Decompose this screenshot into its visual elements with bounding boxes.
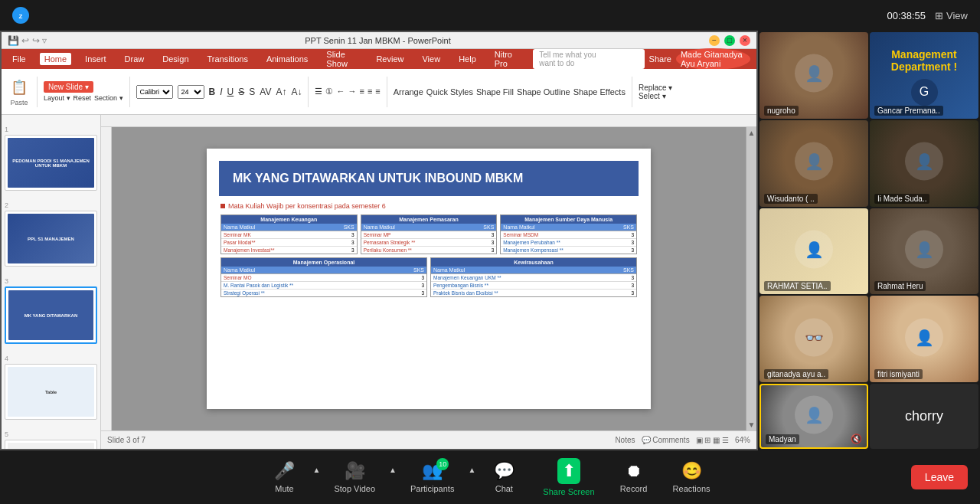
name-chorry: chorry (905, 408, 943, 424)
stop-video-button[interactable]: 🎥 Stop Video (322, 461, 387, 493)
increase-indent[interactable]: → (348, 87, 356, 97)
select-btn[interactable]: Select ▾ (639, 92, 672, 100)
numbering-btn[interactable]: ① (325, 87, 333, 97)
toolbar-sep-4 (387, 77, 387, 107)
window-controls[interactable]: − □ × (709, 35, 750, 46)
search-box[interactable]: Tell me what you want to do (533, 49, 644, 69)
mute-button[interactable]: 🎤 Mute (257, 461, 311, 493)
main-content: 💾 ↩ ↪ ▿ PPT Senin 11 Jan MBKM - PowerPoi… (0, 31, 980, 450)
share-btn[interactable]: Share (649, 54, 671, 64)
font-size-select[interactable]: 24 (178, 85, 204, 99)
decrease-indent[interactable]: ← (336, 87, 345, 97)
shape-fill-btn[interactable]: Shape Fill (476, 87, 514, 97)
tab-insert[interactable]: Insert (80, 53, 111, 65)
participants-caret[interactable]: ▲ (466, 466, 477, 474)
name-wisudanto: Wisudanto ( .. (764, 194, 818, 204)
record-button[interactable]: ⏺ Record (607, 461, 661, 493)
record-label: Record (620, 484, 647, 493)
avatar-gitanadya: 👓 (795, 318, 833, 356)
decrease-font[interactable]: A↓ (291, 87, 302, 97)
tab-nitro[interactable]: Nitro Pro (490, 48, 524, 70)
name-rahmat-setia: RAHMAT SETIA.. (764, 281, 831, 291)
font-italic[interactable]: I (220, 87, 222, 97)
horizontal-ruler (101, 115, 756, 127)
tables-bottom: Manajemen Operasional Nama MatkulSKS Sem… (220, 257, 637, 297)
section-btn[interactable]: Section ▾ (94, 94, 123, 102)
slide-bullet: Mata Kuliah Wajib per konsentrasi pada s… (220, 202, 637, 210)
mute-label: Mute (275, 484, 293, 493)
minimize-button[interactable]: − (709, 35, 720, 46)
paste-group: 📋 Paste (8, 77, 31, 106)
table-operasional: Manajemen Operasional Nama MatkulSKS Sem… (220, 257, 427, 297)
paragraph-group: ☰ ① ← → ≡ ≡ ≡ (315, 87, 380, 97)
font-shadow[interactable]: S (249, 87, 255, 97)
slide-canvas[interactable]: MK YANG DITAWARKAN UNTUK INBOUND MBKM Ma… (207, 149, 651, 409)
align-right[interactable]: ≡ (375, 87, 380, 97)
table-kewirausahaan: Kewirausahaan Nama MatkulSKS Manajemen K… (430, 257, 637, 297)
table-pemasaran: Manajemen Pemasaran Nama MatkulSKS Semin… (361, 214, 498, 254)
ppt-title: PPT Senin 11 Jan MBKM - PowerPoint (47, 36, 709, 45)
mute-caret[interactable]: ▲ (311, 466, 322, 474)
new-slide-button[interactable]: New Slide ▾ (44, 81, 93, 93)
meeting-timer: 00:38:55 (887, 10, 926, 21)
reactions-label: Reactions (673, 484, 710, 493)
ppt-main-view: MK YANG DITAWARKAN UNTUK INBOUND MBKM Ma… (101, 115, 756, 449)
tab-file[interactable]: File (8, 53, 31, 65)
font-strikethrough[interactable]: S (238, 87, 244, 97)
font-bold[interactable]: B (209, 87, 216, 97)
ppt-titlebar: 💾 ↩ ↪ ▿ PPT Senin 11 Jan MBKM - PowerPoi… (2, 32, 756, 49)
tab-transitions[interactable]: Transitions (203, 53, 253, 65)
vertical-ruler (101, 127, 112, 430)
participant-chorry: chorry (870, 384, 978, 449)
shape-effects-btn[interactable]: Shape Effects (573, 87, 626, 97)
replace-btn[interactable]: Replace ▾ (639, 83, 672, 92)
svg-text:Z: Z (19, 13, 23, 20)
tab-view[interactable]: View (417, 53, 445, 65)
participants-icon: 👥 10 (422, 461, 443, 481)
layout-btn[interactable]: Layout ▾ (44, 94, 70, 102)
tab-help[interactable]: Help (454, 53, 481, 65)
shape-outline-btn[interactable]: Shape Outline (517, 87, 570, 97)
char-spacing[interactable]: AV (260, 87, 271, 97)
toolbar-sep-3 (308, 77, 309, 107)
slide-3[interactable]: 3 MK YANG DITAWARKAN (5, 273, 97, 344)
view-button[interactable]: ⊞ View (935, 10, 968, 21)
quick-styles-btn[interactable]: Quick Styles (426, 87, 473, 97)
slide-5[interactable]: 5 Content (5, 426, 97, 449)
tab-review[interactable]: Review (371, 53, 408, 65)
tab-animations[interactable]: Animations (262, 53, 312, 65)
reset-btn[interactable]: Reset (74, 94, 92, 102)
participant-fitri: 👤 fitri ismiyanti (870, 296, 978, 382)
mgmt-label: Management Department ! (870, 45, 978, 76)
slides-panel[interactable]: 1 PEDOMAN PRODI S1 MANAJEMEN UNTUK MBKM … (2, 115, 101, 449)
tab-draw[interactable]: Draw (120, 53, 149, 65)
ppt-scrollbar[interactable]: ▲ ▼ (746, 127, 756, 430)
font-family-select[interactable]: Calibri (136, 85, 173, 99)
bullets-btn[interactable]: ☰ (315, 87, 322, 97)
slide-2[interactable]: 2 PPL S1 MANAJEMEN (5, 197, 97, 267)
participant-gancar: Management Department ! G Gancar Premana… (870, 32, 978, 119)
close-button[interactable]: × (740, 35, 750, 46)
align-center[interactable]: ≡ (368, 87, 372, 97)
tab-home[interactable]: Home (40, 53, 71, 65)
share-screen-button[interactable]: ⬆ Share Screen (531, 458, 606, 496)
arrange-btn[interactable]: Arrange (394, 87, 423, 97)
paste-button[interactable]: 📋 (9, 77, 29, 97)
maximize-button[interactable]: □ (724, 35, 735, 46)
notes-btn[interactable]: Notes (615, 436, 635, 444)
name-nugroho: nugroho (764, 106, 799, 116)
video-caret[interactable]: ▲ (387, 466, 398, 474)
slide-4[interactable]: 4 Table (5, 350, 97, 420)
font-underline[interactable]: U (227, 87, 234, 97)
leave-button[interactable]: Leave (911, 465, 968, 489)
reactions-button[interactable]: 😊 Reactions (661, 461, 723, 493)
comments-btn[interactable]: 💬 Comments (642, 436, 690, 444)
chat-button[interactable]: 💬 Chat (477, 461, 531, 493)
tab-slideshow[interactable]: Slide Show (322, 48, 362, 70)
align-left[interactable]: ≡ (359, 87, 364, 97)
increase-font[interactable]: A↑ (276, 87, 286, 97)
slide-1[interactable]: 1 PEDOMAN PRODI S1 MANAJEMEN UNTUK MBKM (5, 121, 97, 191)
tab-design[interactable]: Design (158, 53, 193, 65)
participants-button[interactable]: 👥 10 Participants (398, 461, 466, 493)
slide-title: MK YANG DITAWARKAN UNTUK INBOUND MBKM (233, 172, 625, 185)
